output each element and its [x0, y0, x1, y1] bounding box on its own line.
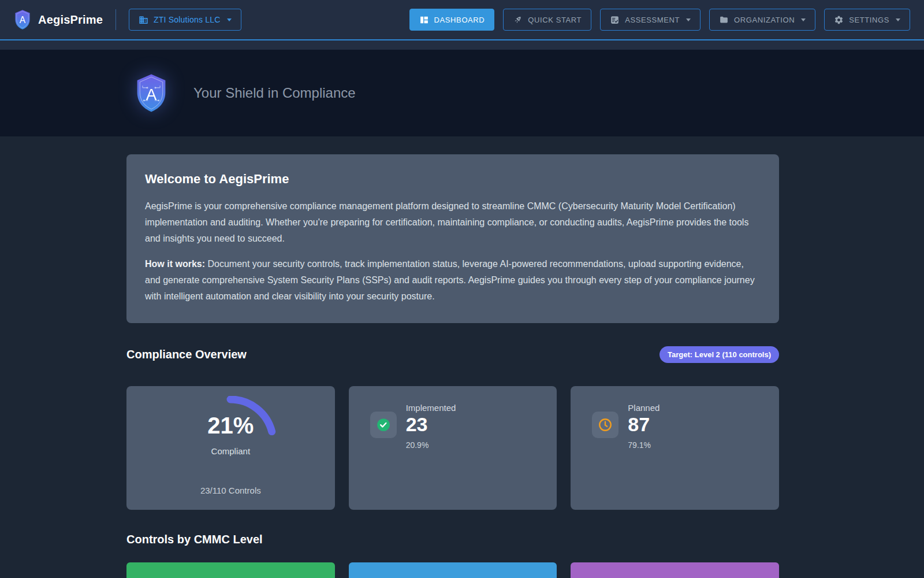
cmmc-level-2-card [349, 562, 557, 578]
implemented-stat-card: Implemented 23 20.9% [349, 386, 557, 510]
welcome-paragraph-1: AegisPrime is your comprehensive complia… [145, 198, 761, 247]
org-selector-label: ZTI Solutions LLC [154, 15, 220, 24]
compliance-overview-title: Compliance Overview [126, 348, 247, 361]
building-icon [139, 15, 148, 25]
hero-banner: A Your Shield in Compliance [0, 50, 924, 136]
chevron-down-icon [227, 18, 232, 21]
gauge-label: Compliant [126, 446, 335, 456]
implemented-percent: 20.9% [406, 440, 456, 450]
target-level-badge: Target: Level 2 (110 controls) [660, 346, 779, 363]
planned-icon-tile [592, 412, 619, 438]
svg-text:A: A [20, 15, 26, 25]
gear-icon [834, 15, 844, 25]
nav-dashboard-button[interactable]: DASHBOARD [409, 9, 495, 31]
planned-stat-card: Planned 87 79.1% [571, 386, 779, 510]
svg-text:A: A [146, 86, 157, 103]
hero-tagline: Your Shield in Compliance [193, 85, 356, 101]
rocket-icon [513, 15, 523, 25]
planned-value: 87 [628, 413, 660, 435]
nav-assessment-button[interactable]: ASSESSMENT [600, 9, 701, 31]
welcome-card: Welcome to AegisPrime AegisPrime is your… [126, 154, 779, 323]
planned-label: Planned [628, 403, 660, 413]
dashboard-icon [419, 15, 429, 25]
cmmc-level-1-card [126, 562, 335, 578]
brand-name: AegisPrime [38, 13, 103, 27]
nav-organization-button[interactable]: ORGANIZATION [709, 9, 815, 31]
cmmc-level-3-card [571, 562, 779, 578]
assessment-icon [610, 15, 620, 25]
main-nav: DASHBOARD QUICK START ASSESSMENT [409, 9, 910, 31]
shield-logo-icon: A [14, 9, 31, 30]
org-selector-button[interactable]: ZTI Solutions LLC [129, 9, 241, 31]
nav-quick-start-button[interactable]: QUICK START [503, 9, 591, 31]
cmmc-levels-title: Controls by CMMC Level [126, 533, 263, 546]
cmmc-levels-grid [126, 562, 779, 578]
header-divider [116, 9, 116, 30]
hero-shield-logo-icon: A [135, 73, 168, 113]
chevron-down-icon [686, 18, 691, 21]
welcome-title: Welcome to AegisPrime [145, 172, 761, 187]
compliance-stats-grid: 21% Compliant 23/110 Controls Implemente… [126, 386, 779, 510]
header-gap-strip [0, 40, 924, 50]
compliance-gauge-card: 21% Compliant 23/110 Controls [126, 386, 335, 510]
clock-icon [598, 417, 613, 432]
welcome-paragraph-2: How it works: Document your security con… [145, 256, 761, 305]
planned-percent: 79.1% [628, 440, 660, 450]
folder-icon [719, 15, 729, 25]
main-content: Welcome to AegisPrime AegisPrime is your… [0, 154, 924, 578]
nav-settings-button[interactable]: SETTINGS [824, 9, 910, 31]
chevron-down-icon [801, 18, 806, 21]
implemented-label: Implemented [406, 403, 456, 413]
chevron-down-icon [896, 18, 900, 21]
implemented-icon-tile [370, 412, 397, 438]
gauge-percent-value: 21% [126, 414, 335, 437]
compliance-gauge [184, 396, 277, 488]
gauge-controls-count: 23/110 Controls [126, 486, 335, 495]
brand-logo: A AegisPrime [14, 9, 103, 30]
implemented-value: 23 [406, 413, 456, 435]
how-it-works-label: How it works: [145, 259, 205, 269]
check-circle-icon [376, 417, 391, 432]
app-header: A AegisPrime ZTI Solutions LLC DASHBOARD [0, 0, 924, 40]
